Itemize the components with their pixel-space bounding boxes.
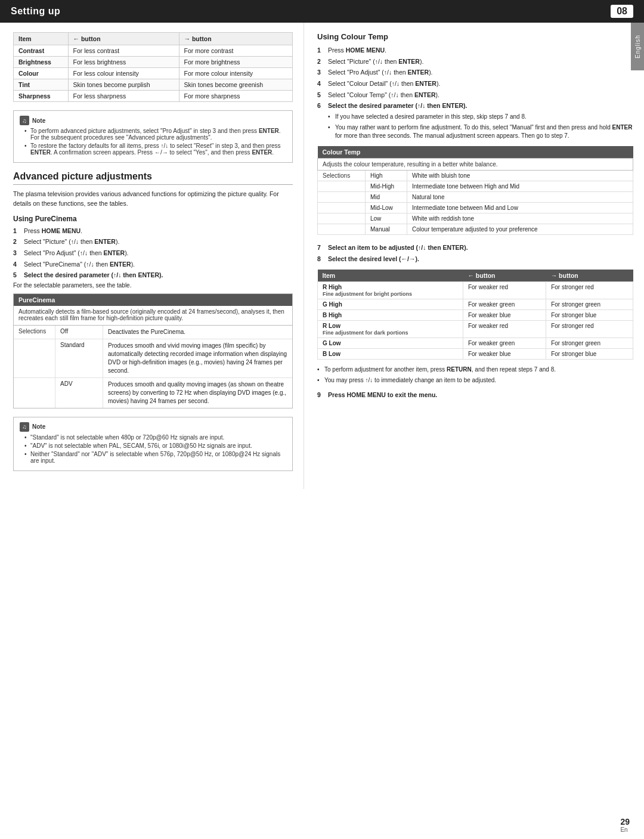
col-item: Item <box>14 33 69 45</box>
step-item: 1Press HOME MENU. <box>317 46 633 55</box>
page-container: Setting up 08 English Item ← button → bu… <box>0 0 644 839</box>
item-name-col: B Low <box>318 348 463 359</box>
ct-desc: Natural tone <box>407 192 633 203</box>
note-bullet: Neither "Standard" nor "ADV" is selectab… <box>24 451 286 464</box>
step-text: Select "Pro Adjust" (↑/↓ then ENTER). <box>328 68 633 77</box>
right-btn: For stronger green <box>546 338 633 348</box>
steps-7-8: 7Select an item to be adjusted (↑/↓ then… <box>317 243 633 263</box>
step-item: 5Select the desired parameter (↑/↓ then … <box>13 271 293 280</box>
step-text: Select the desired level (←/→). <box>328 255 633 264</box>
left-btn: For weaker green <box>463 299 546 309</box>
step-num: 7 <box>317 243 324 252</box>
feature-desc: Produces smooth and vivid moving images … <box>103 339 292 377</box>
step-num: 5 <box>13 271 20 280</box>
right-btn-desc: Skin tones become greenish <box>179 79 292 91</box>
item-name: Colour <box>14 68 69 79</box>
ct-label <box>318 213 366 224</box>
step-num: 4 <box>317 79 324 88</box>
colour-temp-heading: Using Colour Temp <box>317 32 633 41</box>
table-row: ContrastFor less contrastFor more contra… <box>14 45 293 57</box>
table-row: G HighFor weaker greenFor stronger green <box>318 299 633 309</box>
right-btn-desc: For more brightness <box>179 57 292 68</box>
step-text: Select "Picture" (↑/↓ then ENTER). <box>328 57 633 66</box>
ct-desc: Colour temperature adjusted to your pref… <box>407 224 633 235</box>
note-bullets-left-bottom: "Standard" is not selectable when 480p o… <box>20 434 286 464</box>
t2-col-right: → button <box>546 270 633 282</box>
step-text: Select "Colour Detail" (↑/↓ then ENTER). <box>328 79 633 88</box>
step-num: 9 <box>317 391 324 400</box>
col-left-btn: ← button <box>68 33 179 45</box>
step-text: Select an item to be adjusted (↑/↓ then … <box>328 243 633 252</box>
colour-temp-table-header: Colour Temp <box>318 146 633 159</box>
right-btn-desc: For more colour intensity <box>179 68 292 79</box>
note-title: ♫ Note <box>20 116 286 125</box>
step-item: 4Select "Colour Detail" (↑/↓ then ENTER)… <box>317 79 633 88</box>
note-icon: ♫ <box>20 116 29 125</box>
table-row: SelectionsHighWhite with bluish tone <box>318 171 633 181</box>
ct-value: Manual <box>366 224 407 235</box>
ct-label <box>318 181 366 192</box>
feature-row: ADVProduces smooth and quality moving im… <box>14 378 292 408</box>
step-text: Select "Picture" (↑/↓ then ENTER). <box>24 237 293 246</box>
ct-label: Selections <box>318 171 366 181</box>
feature-desc: Deactivates the PureCinema. <box>103 326 292 339</box>
step-text: Press HOME MENU. <box>328 46 633 55</box>
right-btn-desc: For more contrast <box>179 45 292 57</box>
left-btn-desc: For less brightness <box>68 57 179 68</box>
step6-bullets: If you have selected a desired parameter… <box>328 113 633 140</box>
ct-label <box>318 192 366 203</box>
table-row: Mid-HighIntermediate tone between High a… <box>318 181 633 192</box>
item-name-col: G High <box>318 299 463 309</box>
table-row: LowWhite with reddish tone <box>318 213 633 224</box>
bottom-bullet-right: To perform adjustment for another item, … <box>317 366 633 374</box>
colour-temp-table: Colour Temp Adjusts the colour temperatu… <box>317 146 633 235</box>
col-right-btn: → button <box>179 33 292 45</box>
note-title-left-bottom: ♫ Note <box>20 422 286 432</box>
left-btn: For weaker red <box>463 281 546 299</box>
ct-label <box>318 203 366 213</box>
step-text: Select "PureCinema" (↑/↓ then ENTER). <box>24 260 293 269</box>
step-text: Select "Colour Temp" (↑/↓ then ENTER). <box>328 91 633 100</box>
item-name-col: R LowFine adjustment for dark portions <box>318 320 463 338</box>
top-item-table: Item ← button → button ContrastFor less … <box>13 32 293 102</box>
advanced-section-heading: Advanced picture adjustments <box>13 171 293 185</box>
ct-value: Low <box>366 213 407 224</box>
step-item: 1Press HOME MENU. <box>13 227 293 236</box>
step-num: 2 <box>317 57 324 66</box>
step-item: 6Select the desired parameter (↑/↓ then … <box>317 101 633 110</box>
right-btn: For stronger blue <box>546 309 633 320</box>
left-btn-desc: Skin tones become purplish <box>68 79 179 91</box>
item-name: Contrast <box>14 45 69 57</box>
step-num: 1 <box>317 46 324 55</box>
step-item: 3Select "Pro Adjust" (↑/↓ then ENTER). <box>317 68 633 77</box>
ct-desc: White with reddish tone <box>407 213 633 224</box>
ct-label <box>318 224 366 235</box>
step-text: Press HOME MENU. <box>24 227 293 236</box>
feature-label: Selections <box>14 326 55 339</box>
ct-desc: White with bluish tone <box>407 171 633 181</box>
table-row: SharpnessFor less sharpnessFor more shar… <box>14 91 293 102</box>
table-row: ManualColour temperature adjusted to you… <box>318 224 633 235</box>
feature-value: Off <box>55 326 103 339</box>
purecinema-table: PureCinema Automatically detects a film-… <box>13 293 293 408</box>
step-item: 5Select "Colour Temp" (↑/↓ then ENTER). <box>317 91 633 100</box>
top-note-box: ♫ Note To perform advanced picture adjus… <box>13 110 293 163</box>
table-row: B LowFor weaker blueFor stronger blue <box>318 348 633 359</box>
table-row: G LowFor weaker greenFor stronger green <box>318 338 633 348</box>
bottom-bullet-right: You may press ↑/↓ to immediately change … <box>317 376 633 385</box>
purecinema-steps: 1Press HOME MENU.2Select "Picture" (↑/↓ … <box>13 227 293 280</box>
step-text: Press HOME MENU to exit the menu. <box>328 391 633 400</box>
bottom-bullets-right: To perform adjustment for another item, … <box>317 366 633 385</box>
step-item: 9Press HOME MENU to exit the menu. <box>317 391 633 400</box>
note-label: Note <box>32 117 45 124</box>
step6-bullet: If you have selected a desired parameter… <box>328 113 633 121</box>
feature-label <box>14 339 55 377</box>
step-num: 2 <box>13 237 20 246</box>
table-row: TintSkin tones become purplishSkin tones… <box>14 79 293 91</box>
step-item: 3Select "Pro Adjust" (↑/↓ then ENTER). <box>13 249 293 258</box>
page-number-box: 08 <box>611 5 633 18</box>
left-btn-desc: For less contrast <box>68 45 179 57</box>
step-item: 2Select "Picture" (↑/↓ then ENTER). <box>13 237 293 246</box>
page-footer: 29 En <box>620 817 630 833</box>
table-row: ColourFor less colour intensityFor more … <box>14 68 293 79</box>
